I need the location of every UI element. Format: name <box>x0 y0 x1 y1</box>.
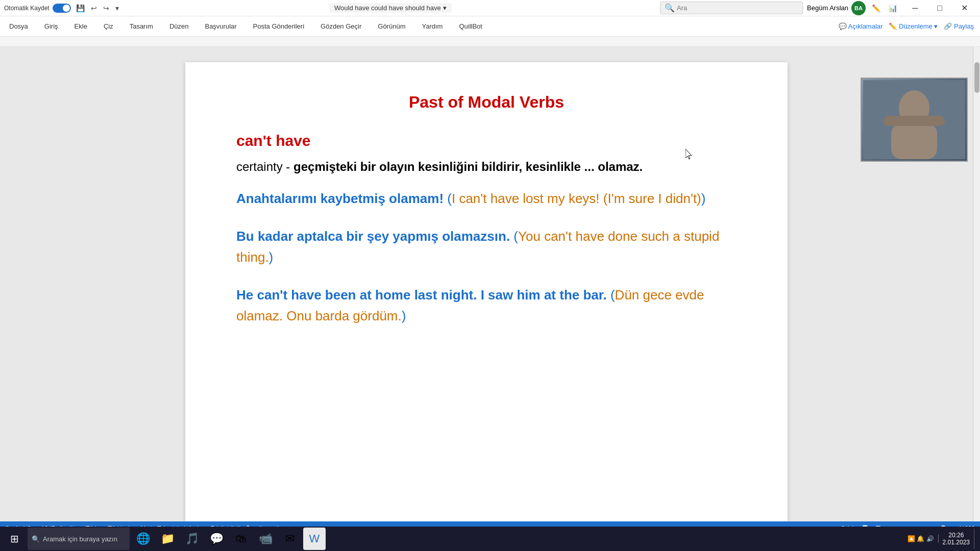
taskbar-date: 2.01.2023 <box>943 539 970 546</box>
start-button[interactable]: ⊞ <box>3 528 26 550</box>
taskbar-skype[interactable]: 💬 <box>205 528 228 550</box>
avatar-initials: BA <box>854 5 863 11</box>
example-3-part1: He can't have been at home last night. I… <box>236 287 610 303</box>
presentation-icon[interactable]: 📊 <box>887 3 899 13</box>
example-block-3: He can't have been at home last night. I… <box>236 285 737 327</box>
example-1-open-paren: ( <box>447 191 452 206</box>
scrollbar-thumb[interactable] <box>974 62 979 93</box>
document-page: Past of Modal Verbs can't have certainty… <box>185 62 788 521</box>
taskbar-spotify[interactable]: 🎵 <box>181 528 203 550</box>
section-title: can't have <box>236 132 737 149</box>
menu-basvurular[interactable]: Başvurular <box>202 20 239 32</box>
doc-title-text: Would have could have should have <box>334 4 441 12</box>
close-button[interactable]: ✕ <box>952 0 976 16</box>
share-button[interactable]: 🔗 Paylaş <box>944 22 974 30</box>
document-title[interactable]: Would have could have should have ▾ <box>329 3 452 13</box>
autosave-label: Otomatik Kaydet <box>4 5 50 12</box>
title-bar-right: Begüm Arslan BA ✏️ 📊 ─ □ ✕ <box>807 0 976 16</box>
example-3-open-paren: ( <box>610 287 615 303</box>
comments-button[interactable]: 💬 Açıklamalar <box>839 22 883 30</box>
user-info: Begüm Arslan BA <box>807 1 866 15</box>
menu-posta[interactable]: Posta Gönderileri <box>250 20 307 32</box>
menu-tasarim[interactable]: Tasarım <box>127 20 156 32</box>
search-icon: 🔍 <box>665 3 675 13</box>
taskbar-store[interactable]: 🛍 <box>230 528 252 550</box>
taskbar-mail[interactable]: ✉ <box>279 528 301 550</box>
example-1-turkish: Anahtalarımı kaybetmiş olamam! <box>236 191 447 206</box>
search-bar[interactable]: 🔍 <box>660 2 803 14</box>
example-1-text: Anahtalarımı kaybetmiş olamam! (I can't … <box>236 188 737 210</box>
example-2-close-paren: ) <box>269 249 274 265</box>
menu-gozden[interactable]: Gözden Geçir <box>317 20 364 32</box>
title-bar-left: Otomatik Kaydet 💾 ↩ ↪ ▾ <box>4 3 121 13</box>
title-bar-center: Would have could have should have ▾ <box>125 3 656 13</box>
taskbar-clock[interactable]: 20:26 2.01.2023 <box>943 532 970 546</box>
definition-text: certainty - geçmişteki bir olayın kesinl… <box>236 160 643 173</box>
definition-bold: geçmişteki bir olayın kesinliğini bildir… <box>293 160 643 173</box>
video-feed <box>862 79 967 161</box>
undo-icon[interactable]: ↩ <box>89 3 99 13</box>
taskbar-teams[interactable]: 📹 <box>254 528 277 550</box>
window-controls: ─ □ ✕ <box>903 0 976 16</box>
svg-rect-3 <box>884 116 945 126</box>
username: Begüm Arslan <box>807 4 848 12</box>
definition-line: certainty - geçmişteki bir olayın kesinl… <box>236 158 737 176</box>
menu-ciz[interactable]: Çiz <box>101 20 116 32</box>
taskbar-search[interactable]: 🔍 Aramak için buraya yazın <box>28 528 130 550</box>
menu-ekle[interactable]: Ekle <box>71 20 90 32</box>
example-1-english: I can't have lost my keys! (I'm sure I d… <box>452 191 701 206</box>
autosave-toggle[interactable] <box>53 4 71 13</box>
example-2-open-paren: ( <box>513 229 518 244</box>
taskbar-explorer[interactable]: 📁 <box>156 528 179 550</box>
example-3-text: He can't have been at home last night. I… <box>236 285 737 327</box>
right-scrollbar[interactable] <box>973 47 980 521</box>
toolbar-area <box>0 37 980 47</box>
doc-title-arrow: ▾ <box>443 4 447 12</box>
taskbar-search-icon: 🔍 <box>32 535 40 543</box>
menu-quillbot[interactable]: QuillBot <box>456 20 485 32</box>
svg-rect-2 <box>891 123 937 159</box>
document-container: Past of Modal Verbs can't have certainty… <box>0 47 973 521</box>
search-input[interactable] <box>677 4 798 12</box>
menu-giris[interactable]: Giriş <box>41 20 61 32</box>
ribbon: Dosya Giriş Ekle Çiz Tasarım Düzen Başvu… <box>0 16 980 37</box>
title-bar: Otomatik Kaydet 💾 ↩ ↪ ▾ Would have could… <box>0 0 980 16</box>
taskbar-sys-icons: 🔼 🔔 🔊 <box>908 535 934 542</box>
taskbar-show-desktop[interactable] <box>974 529 977 549</box>
taskbar-edge[interactable]: 🌐 <box>132 528 154 550</box>
taskbar: ⊞ 🔍 Aramak için buraya yazın 🌐 📁 🎵 💬 🛍 📹… <box>0 527 980 551</box>
pen-icon[interactable]: ✏️ <box>870 3 883 13</box>
menu-gorunum[interactable]: Görünüm <box>375 20 408 32</box>
minimize-button[interactable]: ─ <box>903 0 927 16</box>
menu-yardim[interactable]: Yardım <box>419 20 446 32</box>
maximize-button[interactable]: □ <box>928 0 951 16</box>
main-area: Past of Modal Verbs can't have certainty… <box>0 47 980 521</box>
title-bar-icons: 💾 ↩ ↪ ▾ <box>74 3 121 13</box>
redo-icon[interactable]: ↪ <box>101 3 111 13</box>
taskbar-time: 20:26 <box>943 532 970 539</box>
avatar: BA <box>851 1 866 15</box>
separator <box>938 535 939 543</box>
example-block-2: Bu kadar aptalca bir şey yapmış olamazsı… <box>236 226 737 268</box>
taskbar-word[interactable]: W <box>303 528 326 550</box>
ribbon-right: 💬 Açıklamalar ✏️ Düzenleme ▾ 🔗 Paylaş <box>839 22 974 30</box>
menu-duzen[interactable]: Düzen <box>166 20 192 32</box>
example-block-1: Anahtalarımı kaybetmiş olamam! (I can't … <box>236 188 737 210</box>
example-2-text: Bu kadar aptalca bir şey yapmış olamazsı… <box>236 226 737 268</box>
editing-button[interactable]: ✏️ Düzenleme ▾ <box>889 22 938 30</box>
document-heading: Past of Modal Verbs <box>236 93 737 112</box>
video-overlay <box>861 78 968 162</box>
menu-dosya[interactable]: Dosya <box>6 20 31 32</box>
taskbar-right: 🔼 🔔 🔊 20:26 2.01.2023 <box>908 529 977 549</box>
example-1-close-paren: ) <box>701 191 706 206</box>
save-icon[interactable]: 💾 <box>74 3 87 13</box>
more-icon[interactable]: ▾ <box>113 3 121 13</box>
example-3-close-paren: ) <box>402 308 406 323</box>
example-2-turkish: Bu kadar aptalca bir şey yapmış olamazsı… <box>236 229 513 244</box>
taskbar-search-label[interactable]: Aramak için buraya yazın <box>43 535 117 543</box>
